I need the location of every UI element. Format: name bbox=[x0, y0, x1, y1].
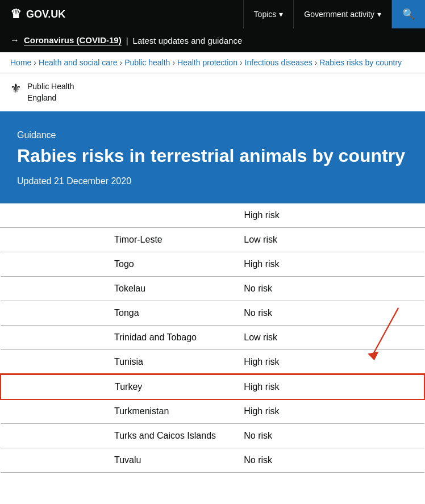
topics-chevron-icon: ▾ bbox=[279, 10, 283, 19]
country-cell: Turkey bbox=[1, 374, 234, 399]
breadcrumb-rabies-risks[interactable]: Rabies risks by country bbox=[319, 58, 402, 67]
country-cell: Togo bbox=[1, 252, 234, 276]
risk-cell: High risk bbox=[234, 349, 424, 374]
publisher-name: Public Health England bbox=[27, 81, 74, 103]
table-row: TurkeyHigh risk bbox=[1, 374, 424, 399]
risk-cell: No risk bbox=[234, 301, 424, 325]
breadcrumb: Home › Health and social care › Public h… bbox=[0, 52, 425, 73]
covid-pipe: | bbox=[126, 36, 128, 45]
gov-uk-text: GOV.UK bbox=[26, 9, 65, 20]
risk-cell: No risk bbox=[234, 276, 424, 301]
country-risk-table: High risk bbox=[0, 203, 425, 228]
country-cell: Turkmenistan bbox=[1, 399, 234, 423]
country-cell: Tonga bbox=[1, 301, 234, 325]
risk-cell: No risk bbox=[234, 423, 424, 448]
last-updated: Updated 21 December 2020 bbox=[17, 176, 408, 186]
risk-cell: High risk bbox=[234, 374, 424, 399]
breadcrumb-sep-5: › bbox=[315, 58, 318, 67]
hero-banner: Guidance Rabies risks in terrestrial ani… bbox=[0, 113, 425, 203]
publisher-emblem-icon: ⚜ bbox=[10, 81, 22, 96]
table-row: Turks and Caicos IslandsNo risk bbox=[1, 423, 424, 448]
country-risk-table-main: Timor-LesteLow riskTogoHigh riskTokelauN… bbox=[0, 228, 425, 473]
country-risk-table-area: High risk Timor-LesteLow riskTogoHigh ri… bbox=[0, 203, 425, 484]
country-cell: Tunisia bbox=[1, 349, 234, 374]
table-row: TokelauNo risk bbox=[1, 276, 424, 301]
table-row: Trinidad and TobagoLow risk bbox=[1, 325, 424, 349]
government-activity-label: Government activity bbox=[304, 10, 374, 19]
table-row: TogoHigh risk bbox=[1, 252, 424, 276]
country-cell: Tokelau bbox=[1, 276, 234, 301]
topics-label: Topics bbox=[254, 10, 277, 19]
breadcrumb-health-social-care[interactable]: Health and social care bbox=[39, 58, 118, 67]
breadcrumb-public-health[interactable]: Public health bbox=[124, 58, 170, 67]
risk-cell-partial: High risk bbox=[234, 203, 425, 228]
table-row: TuvaluNo risk bbox=[1, 448, 424, 472]
crown-icon: ♛ bbox=[10, 7, 22, 22]
table-row: Timor-LesteLow risk bbox=[1, 228, 424, 252]
risk-cell: High risk bbox=[234, 399, 424, 423]
hero-label: Guidance bbox=[17, 130, 408, 140]
topics-nav-item[interactable]: Topics ▾ bbox=[243, 0, 294, 28]
risk-cell: No risk bbox=[234, 448, 424, 472]
table-row-partial: High risk bbox=[0, 203, 425, 228]
page-title: Rabies risks in terrestrial animals by c… bbox=[17, 145, 408, 166]
breadcrumb-home[interactable]: Home bbox=[10, 58, 31, 67]
government-activity-chevron-icon: ▾ bbox=[377, 10, 381, 19]
risk-cell: High risk bbox=[234, 252, 424, 276]
country-cell: Timor-Leste bbox=[1, 228, 234, 252]
breadcrumb-sep-2: › bbox=[120, 58, 123, 67]
country-cell: Trinidad and Tobago bbox=[1, 325, 234, 349]
breadcrumb-health-protection[interactable]: Health protection bbox=[177, 58, 238, 67]
nav-items: Topics ▾ Government activity ▾ 🔍 bbox=[243, 0, 425, 28]
gov-uk-logo[interactable]: ♛ GOV.UK bbox=[0, 7, 243, 22]
table-row: TongaNo risk bbox=[1, 301, 424, 325]
top-navigation: ♛ GOV.UK Topics ▾ Government activity ▾ … bbox=[0, 0, 425, 28]
table-row: TurkmenistanHigh risk bbox=[1, 399, 424, 423]
breadcrumb-sep-1: › bbox=[34, 58, 36, 67]
country-cell: Turks and Caicos Islands bbox=[1, 423, 234, 448]
publisher-name-line2: England bbox=[27, 93, 56, 102]
government-activity-nav-item[interactable]: Government activity ▾ bbox=[293, 0, 391, 28]
table-row: TunisiaHigh risk bbox=[1, 349, 424, 374]
country-cell: Tuvalu bbox=[1, 448, 234, 472]
risk-cell: Low risk bbox=[234, 325, 424, 349]
covid-description: Latest updates and guidance bbox=[133, 36, 243, 45]
risk-cell: Low risk bbox=[234, 228, 424, 252]
covid-arrow-icon: → bbox=[10, 35, 19, 45]
country-cell-partial bbox=[0, 203, 234, 228]
publisher-block: ⚜ Public Health England bbox=[0, 73, 425, 113]
breadcrumb-sep-4: › bbox=[240, 58, 243, 67]
covid-link[interactable]: Coronavirus (COVID-19) bbox=[24, 35, 122, 45]
publisher-name-line1: Public Health bbox=[27, 82, 74, 91]
search-button[interactable]: 🔍 bbox=[391, 0, 425, 28]
covid-banner: → Coronavirus (COVID-19) | Latest update… bbox=[0, 28, 425, 52]
breadcrumb-infectious-diseases[interactable]: Infectious diseases bbox=[245, 58, 312, 67]
search-icon: 🔍 bbox=[402, 8, 415, 20]
breadcrumb-sep-3: › bbox=[172, 58, 175, 67]
